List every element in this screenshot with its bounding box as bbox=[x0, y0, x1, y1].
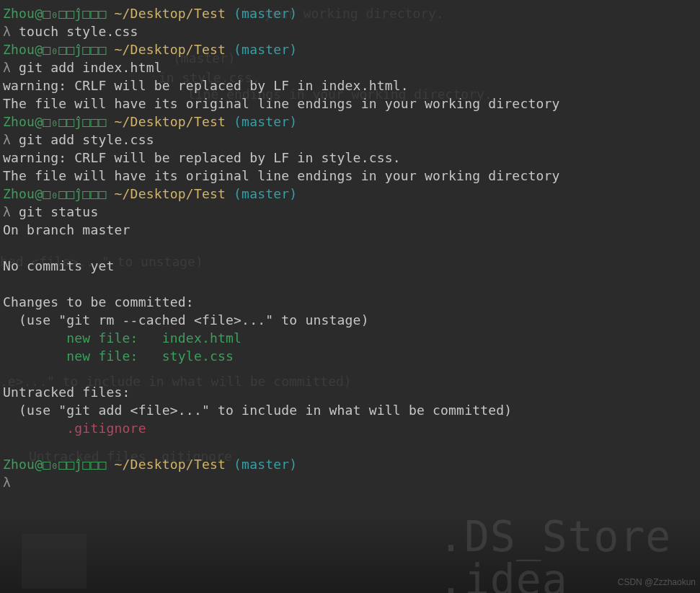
lambda-icon: λ bbox=[3, 475, 19, 490]
output-line: Untracked files: bbox=[3, 383, 697, 401]
prompt-branch: (master) bbox=[234, 457, 297, 472]
ghost-big-text: .DS_Store bbox=[438, 512, 671, 561]
lambda-icon: λ bbox=[3, 60, 19, 75]
prompt-user: Zhou@□₀□□ĵ□□□ bbox=[3, 42, 106, 57]
command-line[interactable]: λ git status bbox=[3, 203, 697, 221]
output-line: The file will have its original line end… bbox=[3, 167, 697, 185]
lambda-icon: λ bbox=[3, 132, 19, 147]
prompt-path: ~/Desktop/Test bbox=[106, 186, 234, 201]
thumbnail-ghost bbox=[22, 534, 87, 589]
output-line: The file will have its original line end… bbox=[3, 95, 697, 113]
output-line: warning: CRLF will be replaced by LF in … bbox=[3, 76, 697, 95]
output-line: (use "git add <file>..." to include in w… bbox=[3, 401, 697, 419]
blank-line bbox=[3, 365, 697, 383]
prompt-line: Zhou@□₀□□ĵ□□□ ~/Desktop/Test (master) bbox=[3, 113, 697, 131]
prompt-path: ~/Desktop/Test bbox=[106, 114, 234, 129]
lambda-icon: λ bbox=[3, 204, 19, 219]
prompt-line: Zhou@□₀□□ĵ□□□ ~/Desktop/Test (master) bbox=[3, 455, 697, 473]
watermark: CSDN @Zzzhaokun bbox=[618, 577, 696, 587]
terminal-view[interactable]: Zhou@□₀□□ĵ□□□ ~/Desktop/Test (master)λ t… bbox=[0, 0, 700, 496]
command-text: git add index.html bbox=[19, 60, 162, 75]
prompt-user: Zhou@□₀□□ĵ□□□ bbox=[3, 114, 106, 129]
prompt-branch: (master) bbox=[234, 186, 297, 201]
status-untracked: .gitignore bbox=[3, 419, 697, 437]
output-line: Changes to be committed: bbox=[3, 293, 697, 311]
prompt-path: ~/Desktop/Test bbox=[106, 6, 234, 21]
command-text: git status bbox=[19, 204, 98, 219]
lambda-icon: λ bbox=[3, 24, 19, 39]
prompt-user: Zhou@□₀□□ĵ□□□ bbox=[3, 6, 106, 21]
output-line: warning: CRLF will be replaced by LF in … bbox=[3, 149, 697, 167]
prompt-path: ~/Desktop/Test bbox=[106, 42, 234, 57]
prompt-path: ~/Desktop/Test bbox=[106, 457, 234, 472]
command-line[interactable]: λ git add index.html bbox=[3, 58, 697, 76]
blank-line bbox=[3, 239, 697, 257]
prompt-line: Zhou@□₀□□ĵ□□□ ~/Desktop/Test (master) bbox=[3, 185, 697, 203]
bottom-gradient bbox=[0, 514, 700, 593]
command-line[interactable]: λ git add style.css bbox=[3, 131, 697, 149]
prompt-user: Zhou@□₀□□ĵ□□□ bbox=[3, 457, 106, 472]
command-line[interactable]: λ bbox=[3, 473, 697, 491]
prompt-branch: (master) bbox=[234, 114, 297, 129]
prompt-line: Zhou@□₀□□ĵ□□□ ~/Desktop/Test (master) bbox=[3, 4, 697, 22]
blank-line bbox=[3, 437, 697, 455]
command-line[interactable]: λ touch style.css bbox=[3, 22, 697, 40]
command-text: touch style.css bbox=[19, 24, 138, 39]
output-line: (use "git rm --cached <file>..." to unst… bbox=[3, 311, 697, 329]
prompt-user: Zhou@□₀□□ĵ□□□ bbox=[3, 186, 106, 201]
status-new-file: new file: index.html bbox=[3, 329, 697, 347]
output-line: No commits yet bbox=[3, 257, 697, 275]
output-line: On branch master bbox=[3, 221, 697, 239]
status-new-file: new file: style.css bbox=[3, 347, 697, 365]
blank-line bbox=[3, 275, 697, 293]
command-text: git add style.css bbox=[19, 132, 154, 147]
prompt-line: Zhou@□₀□□ĵ□□□ ~/Desktop/Test (master) bbox=[3, 40, 697, 58]
ghost-big-text: .idea bbox=[438, 555, 568, 593]
prompt-branch: (master) bbox=[234, 6, 297, 21]
prompt-branch: (master) bbox=[234, 42, 297, 57]
